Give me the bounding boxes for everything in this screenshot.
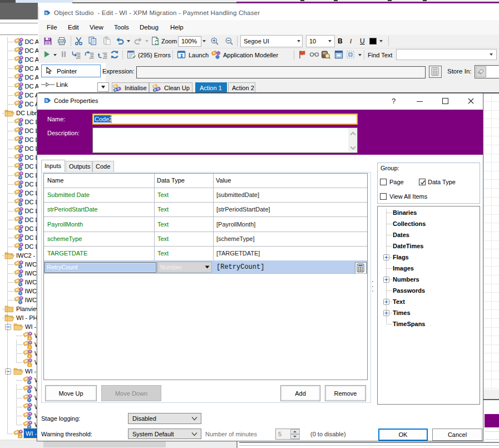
svg-text:b: b — [45, 11, 47, 15]
svg-text:b: b — [45, 98, 48, 103]
